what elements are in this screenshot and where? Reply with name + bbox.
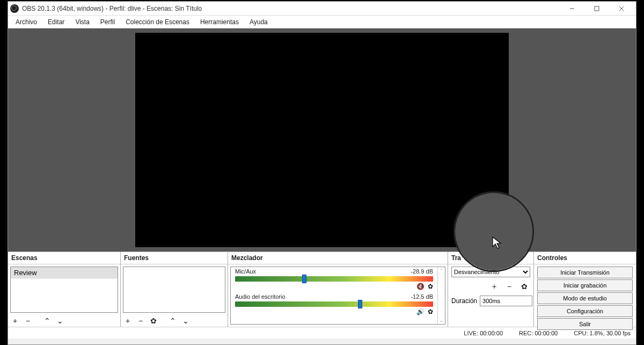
mixer-volume-slider[interactable] — [235, 301, 433, 307]
add-transition-button[interactable]: + — [489, 282, 499, 291]
svg-rect-1 — [595, 6, 599, 11]
remove-scene-button[interactable]: − — [23, 316, 33, 326]
remove-source-button[interactable]: − — [136, 316, 145, 326]
mixer-volume-handle[interactable] — [358, 300, 362, 308]
sources-list[interactable] — [123, 267, 225, 313]
panel-controls-header: Controles — [534, 252, 636, 264]
preview-area — [8, 28, 636, 251]
gear-icon[interactable]: ✿ — [428, 283, 433, 290]
mixer-volume-slider[interactable] — [235, 276, 433, 282]
transition-select[interactable]: Desvanecimiento — [451, 267, 530, 277]
scenes-list[interactable]: Review — [10, 267, 118, 313]
plus-icon: + — [492, 282, 496, 291]
scene-down-button[interactable]: ⌄ — [55, 316, 65, 326]
settings-button[interactable]: Configuración — [537, 305, 633, 317]
duration-input[interactable] — [480, 296, 532, 306]
scenes-footer: + − ⌃ ⌄ — [8, 315, 120, 327]
menu-herramientas[interactable]: Herramientas — [195, 18, 244, 26]
menu-archivo[interactable]: Archivo — [10, 18, 42, 26]
mixer-channel: Audio del escritorio -12.5 dB 🔊 ✿ — [231, 292, 437, 318]
chevron-up-icon: ⌃ — [44, 317, 50, 325]
panels-row: Escenas Review + − ⌃ ⌄ Fuentes + − ✿ ⌃ — [8, 251, 636, 327]
close-icon — [619, 6, 624, 11]
app-window: OBS 20.1.3 (64bit, windows) - Perfil: dl… — [8, 1, 636, 345]
gear-icon: ✿ — [521, 282, 528, 291]
maximize-icon — [594, 6, 599, 11]
mixer-channel-name: Mic/Aux — [235, 268, 256, 275]
speaker-icon[interactable]: 🔊 — [416, 308, 425, 315]
panel-transitions: Tra Desvanecimiento + − ✿ Duración — [448, 252, 534, 327]
add-scene-button[interactable]: + — [10, 316, 20, 326]
start-streaming-button[interactable]: Iniciar Transmisión — [537, 267, 633, 278]
plus-icon: + — [13, 317, 17, 325]
mixer-body: Mic/Aux -28.9 dB 🔇 ✿ — [230, 267, 445, 325]
duration-label: Duración — [451, 297, 477, 305]
mixer-scrollbar[interactable]: ⌃⌄ — [437, 267, 445, 324]
mixer-channel-db: -28.9 dB — [411, 268, 433, 275]
menu-perfil[interactable]: Perfil — [95, 18, 120, 26]
panel-transitions-header: Tra — [448, 252, 533, 264]
transition-settings-button[interactable]: ✿ — [519, 282, 529, 291]
mixer-channel-name: Audio del escritorio — [235, 293, 286, 300]
mute-icon[interactable]: 🔇 — [416, 283, 425, 290]
status-rec: REC: 00:00:00 — [519, 330, 558, 336]
panel-sources-header: Fuentes — [121, 252, 228, 264]
panel-mixer: Mezclador Mic/Aux -28.9 dB 🔇 — [228, 252, 448, 327]
chevron-down-icon: ⌄ — [57, 317, 63, 325]
source-settings-button[interactable]: ✿ — [149, 316, 158, 326]
remove-transition-button[interactable]: − — [504, 282, 514, 291]
panel-scenes-header: Escenas — [8, 252, 120, 264]
plus-icon: + — [126, 317, 130, 325]
exit-button[interactable]: Salir — [537, 318, 633, 330]
panel-sources: Fuentes + − ✿ ⌃ ⌄ — [121, 252, 228, 327]
window-controls — [560, 2, 634, 16]
studio-mode-button[interactable]: Modo de estudio — [537, 292, 633, 304]
menu-vista[interactable]: Vista — [70, 18, 94, 26]
status-cpu: CPU: 1.8%, 30.00 fps — [574, 330, 631, 336]
panel-controls: Controles Iniciar Transmisión Iniciar gr… — [534, 252, 636, 327]
scene-up-button[interactable]: ⌃ — [42, 316, 52, 326]
close-button[interactable] — [609, 2, 634, 16]
sources-footer: + − ✿ ⌃ ⌄ — [121, 315, 228, 327]
gear-icon: ✿ — [150, 317, 157, 325]
minus-icon: − — [26, 317, 30, 325]
gear-icon[interactable]: ✿ — [428, 308, 433, 315]
window-title: OBS 20.1.3 (64bit, windows) - Perfil: dl… — [22, 5, 202, 12]
source-down-button[interactable]: ⌄ — [181, 316, 191, 326]
scene-item[interactable]: Review — [11, 267, 118, 279]
start-recording-button[interactable]: Iniciar grabación — [537, 279, 633, 291]
maximize-button[interactable] — [584, 2, 609, 16]
minimize-icon — [569, 6, 575, 11]
menu-coleccion[interactable]: Colección de Escenas — [120, 18, 195, 26]
titlebar: OBS 20.1.3 (64bit, windows) - Perfil: dl… — [8, 2, 636, 16]
panel-scenes: Escenas Review + − ⌃ ⌄ — [8, 252, 121, 327]
mixer-channel-db: -12.5 dB — [411, 293, 433, 300]
source-up-button[interactable]: ⌃ — [168, 316, 178, 326]
menubar: Archivo Editar Vista Perfil Colección de… — [8, 16, 636, 28]
mixer-volume-handle[interactable] — [302, 275, 306, 283]
preview-canvas[interactable] — [135, 33, 509, 247]
mixer-channel: Mic/Aux -28.9 dB 🔇 ✿ — [231, 267, 437, 292]
minus-icon: − — [138, 317, 143, 325]
add-source-button[interactable]: + — [123, 316, 133, 326]
panel-mixer-header: Mezclador — [228, 252, 448, 264]
app-icon — [10, 4, 19, 13]
chevron-down-icon: ⌄ — [440, 318, 443, 323]
chevron-up-icon: ⌃ — [440, 268, 443, 273]
minus-icon: − — [507, 282, 511, 291]
menu-ayuda[interactable]: Ayuda — [244, 18, 273, 26]
minimize-button[interactable] — [560, 2, 584, 16]
chevron-up-icon: ⌃ — [170, 317, 176, 325]
status-live: LIVE: 00:00:00 — [464, 330, 503, 336]
chevron-down-icon: ⌄ — [182, 317, 189, 325]
menu-editar[interactable]: Editar — [42, 18, 70, 26]
